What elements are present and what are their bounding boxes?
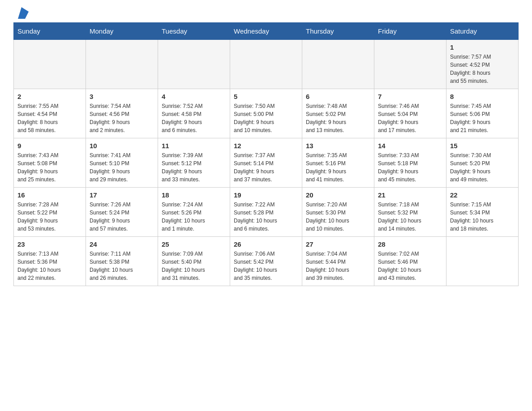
- calendar-cell: 20Sunrise: 7:20 AM Sunset: 5:30 PM Dayli…: [302, 188, 374, 237]
- day-number: 8: [450, 93, 515, 100]
- calendar-cell: [230, 40, 302, 89]
- day-info: Sunrise: 7:06 AM Sunset: 5:42 PM Dayligh…: [234, 250, 298, 282]
- day-of-week-header: Thursday: [302, 23, 374, 40]
- day-number: 22: [450, 191, 515, 199]
- day-info: Sunrise: 7:43 AM Sunset: 5:08 PM Dayligh…: [17, 151, 82, 184]
- calendar-week-row: 9Sunrise: 7:43 AM Sunset: 5:08 PM Daylig…: [14, 138, 519, 188]
- calendar-cell: 1Sunrise: 7:57 AM Sunset: 4:52 PM Daylig…: [446, 40, 519, 89]
- day-info: Sunrise: 7:33 AM Sunset: 5:18 PM Dayligh…: [378, 151, 442, 184]
- day-info: Sunrise: 7:20 AM Sunset: 5:30 PM Dayligh…: [306, 201, 370, 233]
- day-number: 13: [306, 142, 370, 150]
- calendar-cell: 6Sunrise: 7:48 AM Sunset: 5:02 PM Daylig…: [302, 89, 374, 138]
- calendar-week-row: 16Sunrise: 7:28 AM Sunset: 5:22 PM Dayli…: [14, 188, 519, 237]
- calendar-header-row: SundayMondayTuesdayWednesdayThursdayFrid…: [14, 23, 519, 40]
- logo-triangle-icon: [14, 7, 29, 20]
- day-info: Sunrise: 7:57 AM Sunset: 4:52 PM Dayligh…: [450, 53, 515, 85]
- calendar-cell: [86, 40, 158, 89]
- day-number: 9: [17, 142, 82, 150]
- day-number: 7: [378, 93, 442, 100]
- calendar-cell: 17Sunrise: 7:26 AM Sunset: 5:24 PM Dayli…: [86, 188, 158, 237]
- day-number: 28: [378, 240, 442, 248]
- calendar-cell: 23Sunrise: 7:13 AM Sunset: 5:36 PM Dayli…: [14, 237, 86, 286]
- calendar-cell: 9Sunrise: 7:43 AM Sunset: 5:08 PM Daylig…: [14, 138, 86, 188]
- calendar-week-row: 1Sunrise: 7:57 AM Sunset: 4:52 PM Daylig…: [14, 40, 519, 89]
- day-number: 17: [90, 191, 154, 199]
- calendar-cell: 15Sunrise: 7:30 AM Sunset: 5:20 PM Dayli…: [446, 138, 519, 188]
- calendar-week-row: 23Sunrise: 7:13 AM Sunset: 5:36 PM Dayli…: [14, 237, 519, 286]
- day-number: 25: [162, 240, 226, 248]
- day-info: Sunrise: 7:35 AM Sunset: 5:16 PM Dayligh…: [306, 151, 370, 184]
- page-header: [13, 9, 519, 18]
- day-info: Sunrise: 7:28 AM Sunset: 5:22 PM Dayligh…: [17, 201, 82, 233]
- calendar-week-row: 2Sunrise: 7:55 AM Sunset: 4:54 PM Daylig…: [14, 89, 519, 138]
- day-number: 4: [162, 93, 226, 100]
- calendar-cell: [14, 40, 86, 89]
- svg-marker-0: [18, 7, 29, 19]
- calendar-cell: [446, 237, 519, 286]
- calendar-cell: 13Sunrise: 7:35 AM Sunset: 5:16 PM Dayli…: [302, 138, 374, 188]
- calendar-cell: 7Sunrise: 7:46 AM Sunset: 5:04 PM Daylig…: [374, 89, 446, 138]
- day-info: Sunrise: 7:04 AM Sunset: 5:44 PM Dayligh…: [306, 250, 370, 282]
- calendar-cell: [302, 40, 374, 89]
- day-info: Sunrise: 7:13 AM Sunset: 5:36 PM Dayligh…: [17, 250, 82, 282]
- calendar-cell: 18Sunrise: 7:24 AM Sunset: 5:26 PM Dayli…: [158, 188, 230, 237]
- day-number: 26: [234, 240, 298, 248]
- day-number: 27: [306, 240, 370, 248]
- day-info: Sunrise: 7:48 AM Sunset: 5:02 PM Dayligh…: [306, 102, 370, 134]
- calendar-cell: [158, 40, 230, 89]
- day-info: Sunrise: 7:39 AM Sunset: 5:12 PM Dayligh…: [162, 151, 226, 184]
- day-of-week-header: Monday: [86, 23, 158, 40]
- day-info: Sunrise: 7:46 AM Sunset: 5:04 PM Dayligh…: [378, 102, 442, 134]
- day-info: Sunrise: 7:22 AM Sunset: 5:28 PM Dayligh…: [234, 201, 298, 233]
- day-info: Sunrise: 7:45 AM Sunset: 5:06 PM Dayligh…: [450, 102, 515, 134]
- day-info: Sunrise: 7:41 AM Sunset: 5:10 PM Dayligh…: [90, 151, 154, 184]
- day-info: Sunrise: 7:54 AM Sunset: 4:56 PM Dayligh…: [90, 102, 154, 134]
- calendar-cell: 12Sunrise: 7:37 AM Sunset: 5:14 PM Dayli…: [230, 138, 302, 188]
- day-number: 23: [17, 240, 82, 248]
- calendar-cell: 19Sunrise: 7:22 AM Sunset: 5:28 PM Dayli…: [230, 188, 302, 237]
- day-info: Sunrise: 7:24 AM Sunset: 5:26 PM Dayligh…: [162, 201, 226, 233]
- day-info: Sunrise: 7:30 AM Sunset: 5:20 PM Dayligh…: [450, 151, 515, 184]
- day-info: Sunrise: 7:37 AM Sunset: 5:14 PM Dayligh…: [234, 151, 298, 184]
- calendar-cell: 8Sunrise: 7:45 AM Sunset: 5:06 PM Daylig…: [446, 89, 519, 138]
- calendar-cell: 22Sunrise: 7:15 AM Sunset: 5:34 PM Dayli…: [446, 188, 519, 237]
- calendar-cell: 27Sunrise: 7:04 AM Sunset: 5:44 PM Dayli…: [302, 237, 374, 286]
- day-number: 16: [17, 191, 82, 199]
- day-of-week-header: Friday: [374, 23, 446, 40]
- day-of-week-header: Wednesday: [230, 23, 302, 40]
- day-number: 24: [90, 240, 154, 248]
- day-number: 14: [378, 142, 442, 150]
- calendar-cell: 2Sunrise: 7:55 AM Sunset: 4:54 PM Daylig…: [14, 89, 86, 138]
- day-number: 21: [378, 191, 442, 199]
- day-of-week-header: Saturday: [446, 23, 519, 40]
- day-info: Sunrise: 7:02 AM Sunset: 5:46 PM Dayligh…: [378, 250, 442, 282]
- day-of-week-header: Sunday: [14, 23, 86, 40]
- calendar-cell: 5Sunrise: 7:50 AM Sunset: 5:00 PM Daylig…: [230, 89, 302, 138]
- calendar-cell: 26Sunrise: 7:06 AM Sunset: 5:42 PM Dayli…: [230, 237, 302, 286]
- calendar-cell: 25Sunrise: 7:09 AM Sunset: 5:40 PM Dayli…: [158, 237, 230, 286]
- day-number: 11: [162, 142, 226, 150]
- calendar-cell: 21Sunrise: 7:18 AM Sunset: 5:32 PM Dayli…: [374, 188, 446, 237]
- day-info: Sunrise: 7:52 AM Sunset: 4:58 PM Dayligh…: [162, 102, 226, 134]
- day-number: 20: [306, 191, 370, 199]
- calendar-cell: 11Sunrise: 7:39 AM Sunset: 5:12 PM Dayli…: [158, 138, 230, 188]
- day-of-week-header: Tuesday: [158, 23, 230, 40]
- day-number: 1: [450, 43, 515, 51]
- day-info: Sunrise: 7:26 AM Sunset: 5:24 PM Dayligh…: [90, 201, 154, 233]
- day-info: Sunrise: 7:50 AM Sunset: 5:00 PM Dayligh…: [234, 102, 298, 134]
- calendar-cell: 28Sunrise: 7:02 AM Sunset: 5:46 PM Dayli…: [374, 237, 446, 286]
- calendar-cell: 4Sunrise: 7:52 AM Sunset: 4:58 PM Daylig…: [158, 89, 230, 138]
- calendar-cell: [374, 40, 446, 89]
- day-number: 12: [234, 142, 298, 150]
- day-info: Sunrise: 7:11 AM Sunset: 5:38 PM Dayligh…: [90, 250, 154, 282]
- day-info: Sunrise: 7:09 AM Sunset: 5:40 PM Dayligh…: [162, 250, 226, 282]
- day-number: 2: [17, 93, 82, 100]
- day-number: 15: [450, 142, 515, 150]
- calendar-table: SundayMondayTuesdayWednesdayThursdayFrid…: [13, 22, 519, 286]
- day-info: Sunrise: 7:18 AM Sunset: 5:32 PM Dayligh…: [378, 201, 442, 233]
- day-number: 3: [90, 93, 154, 100]
- day-number: 18: [162, 191, 226, 199]
- day-number: 6: [306, 93, 370, 100]
- calendar-cell: 3Sunrise: 7:54 AM Sunset: 4:56 PM Daylig…: [86, 89, 158, 138]
- logo: [13, 9, 29, 18]
